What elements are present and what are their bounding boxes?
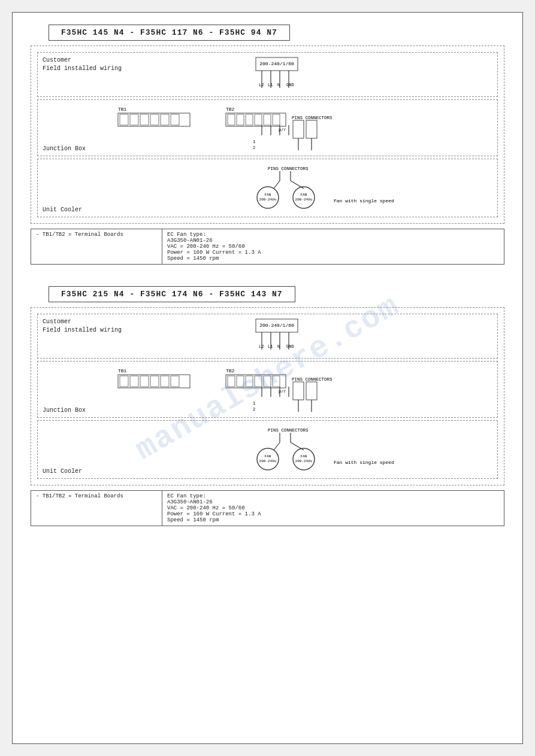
customer-label-1: Customer Field installed wiring: [43, 56, 122, 73]
svg-rect-66: [161, 376, 169, 387]
info-tb-label-2: - TB1/TB2 = Terminal Boards: [31, 490, 162, 526]
customer-wiring-svg-1: 200-240/1/60 L2 L1 N GND: [100, 55, 436, 94]
customer-wiring-svg-2: 200-240/1/60 L2 L1 N GND: [100, 317, 436, 356]
svg-text:200-240v: 200-240v: [259, 459, 276, 463]
svg-text:2: 2: [253, 407, 255, 412]
svg-text:Fan with single speed: Fan with single speed: [334, 198, 394, 204]
svg-rect-78: [306, 382, 317, 400]
svg-text:N: N: [277, 344, 280, 349]
svg-text:L1: L1: [268, 344, 273, 349]
svg-text:PINS CONNECTORS: PINS CONNECTORS: [268, 166, 309, 171]
diagram-block-2: F35HC 215 N4 - F35HC 174 N6 - F35HC 143 …: [25, 286, 510, 526]
info-section-1: - TB1/TB2 = Terminal Boards EC Fan type:…: [31, 229, 504, 265]
svg-rect-23: [255, 114, 262, 125]
svg-rect-14: [140, 114, 149, 125]
svg-text:GND: GND: [286, 83, 294, 87]
junction-label-1: Junction Box: [43, 145, 86, 152]
svg-text:L2: L2: [259, 83, 264, 87]
svg-rect-73: [255, 376, 262, 387]
svg-rect-27: [293, 120, 304, 138]
svg-text:p/r: p/r: [279, 127, 286, 132]
svg-text:TB2: TB2: [226, 107, 235, 112]
svg-text:TB1: TB1: [118, 107, 127, 112]
svg-text:200-240v: 200-240v: [295, 198, 312, 202]
svg-rect-65: [150, 376, 159, 387]
customer-label-2: Customer Field installed wiring: [43, 318, 122, 335]
svg-text:200-240v: 200-240v: [259, 198, 276, 202]
svg-line-91: [274, 442, 280, 450]
svg-rect-25: [273, 114, 280, 125]
svg-text:TB1: TB1: [118, 368, 127, 374]
diagram-title-2: F35HC 215 N4 - F35HC 174 N6 - F35HC 143 …: [49, 286, 295, 302]
svg-rect-71: [237, 376, 244, 387]
svg-text:L2: L2: [259, 344, 264, 349]
svg-text:PINS CONNECTORS: PINS CONNECTORS: [292, 377, 333, 382]
page: manualshere.com F35HC 145 N4 - F35HC 117…: [12, 12, 523, 744]
junction-label-2: Junction Box: [43, 407, 86, 414]
cooler-svg-2: PINS CONNECTORS FAN 200-240v FAN 200-240…: [100, 423, 436, 476]
svg-text:FAN: FAN: [264, 193, 271, 197]
svg-text:1: 1: [253, 401, 255, 406]
svg-rect-13: [130, 114, 138, 125]
svg-line-41: [274, 181, 280, 189]
svg-rect-70: [228, 376, 235, 387]
svg-text:FAN: FAN: [300, 454, 307, 459]
diagram-title-1: F35HC 145 N4 - F35HC 117 N6 - F35HC 94 N…: [49, 25, 290, 41]
svg-rect-62: [120, 376, 128, 387]
junction-svg-2: TB1 TB2 PINS CONNECTORS: [100, 364, 436, 415]
svg-rect-22: [246, 114, 253, 125]
svg-text:Fan with single speed: Fan with single speed: [334, 460, 394, 465]
info-fan-details-1: EC Fan type: A3G350-AN01-26 VAC = 200-24…: [162, 229, 504, 265]
svg-rect-74: [264, 376, 271, 387]
svg-rect-75: [273, 376, 280, 387]
svg-rect-16: [161, 114, 169, 125]
svg-rect-67: [171, 376, 179, 387]
svg-rect-72: [246, 376, 253, 387]
svg-text:200-240/1/60: 200-240/1/60: [259, 61, 294, 66]
svg-rect-63: [130, 376, 138, 387]
svg-text:GND: GND: [286, 344, 294, 349]
svg-rect-77: [293, 382, 304, 400]
svg-rect-17: [171, 114, 179, 125]
diagram-block-1: F35HC 145 N4 - F35HC 117 N6 - F35HC 94 N…: [25, 25, 510, 265]
svg-rect-12: [120, 114, 128, 125]
svg-text:PINS CONNECTORS: PINS CONNECTORS: [268, 428, 309, 433]
svg-rect-28: [306, 120, 317, 138]
svg-rect-24: [264, 114, 271, 125]
svg-text:FAN: FAN: [300, 193, 307, 197]
svg-text:2: 2: [253, 145, 255, 150]
svg-text:N: N: [277, 83, 280, 87]
svg-text:PINS CONNECTORS: PINS CONNECTORS: [292, 116, 333, 120]
svg-text:200-240v: 200-240v: [295, 459, 312, 463]
junction-svg-1: TB1 TB2: [100, 102, 436, 153]
svg-rect-21: [237, 114, 244, 125]
info-fan-details-2: EC Fan type: A3G350-AN01-26 VAC = 200-24…: [162, 490, 504, 526]
svg-rect-15: [150, 114, 159, 125]
info-section-2: - TB1/TB2 = Terminal Boards EC Fan type:…: [31, 490, 504, 526]
svg-text:FAN: FAN: [264, 454, 271, 459]
svg-rect-20: [228, 114, 235, 125]
cooler-label-2: Unit Cooler: [43, 468, 82, 475]
svg-text:L1: L1: [268, 83, 273, 87]
svg-text:p/r: p/r: [279, 389, 286, 394]
cooler-svg-1: PINS CONNECTORS FAN 200-240v FAN 200-240…: [100, 162, 436, 214]
info-tb-label-1: - TB1/TB2 = Terminal Boards: [31, 229, 162, 265]
svg-text:1: 1: [253, 139, 255, 144]
cooler-label-1: Unit Cooler: [43, 207, 82, 213]
svg-rect-64: [140, 376, 149, 387]
svg-text:200-240/1/60: 200-240/1/60: [259, 323, 294, 328]
svg-text:TB2: TB2: [226, 368, 235, 374]
